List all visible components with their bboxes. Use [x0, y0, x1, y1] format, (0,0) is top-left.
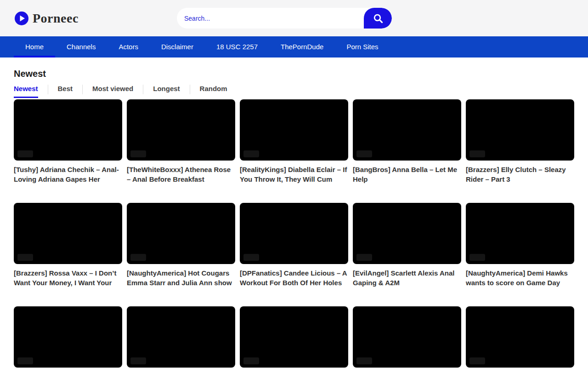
- nav-item-18-usc-2257[interactable]: 18 USC 2257: [205, 36, 269, 58]
- video-card: [TheWhiteBoxxx] Athenea Rose – Anal Befo…: [127, 99, 235, 184]
- duration-badge: [243, 150, 259, 157]
- video-thumbnail[interactable]: [127, 99, 235, 161]
- nav-item-label: Channels: [67, 43, 96, 51]
- video-card: [Tushy] Adriana Chechik – Anal-Loving Ad…: [14, 99, 122, 184]
- duration-badge: [243, 254, 259, 261]
- tab-label: Newest: [14, 85, 38, 98]
- duration-badge: [356, 357, 372, 364]
- tab-best[interactable]: Best: [48, 85, 83, 98]
- page-title: Newest: [14, 69, 574, 79]
- video-thumbnail[interactable]: [466, 99, 574, 161]
- tab-label: Most viewed: [92, 85, 133, 98]
- search-input[interactable]: [177, 8, 364, 29]
- tab-longest[interactable]: Longest: [143, 85, 189, 98]
- video-card: [466, 306, 574, 368]
- tab-most-viewed[interactable]: Most viewed: [83, 85, 143, 98]
- video-card: [NaughtyAmerica] Demi Hawks wants to sco…: [466, 203, 574, 288]
- duration-badge: [130, 254, 146, 261]
- video-thumbnail[interactable]: [240, 203, 348, 264]
- video-title[interactable]: [RealityKings] Diabella Eclair – If You …: [240, 165, 348, 184]
- video-card: [240, 306, 348, 368]
- video-thumbnail[interactable]: [466, 306, 574, 368]
- logo[interactable]: Porneec: [15, 0, 79, 36]
- duration-badge: [469, 357, 485, 364]
- video-card: [Brazzers] Elly Clutch – Sleazy Rider – …: [466, 99, 574, 184]
- video-card: [DPFanatics] Candee Licious – A Workout …: [240, 203, 348, 288]
- video-title[interactable]: [Brazzers] Rossa Vaxx – I Don’t Want You…: [14, 268, 122, 288]
- tab-random[interactable]: Random: [190, 85, 237, 98]
- site-header: Porneec: [0, 0, 588, 36]
- video-thumbnail[interactable]: [353, 203, 461, 264]
- duration-badge: [130, 150, 146, 157]
- tab-label: Longest: [153, 85, 180, 98]
- duration-badge: [17, 357, 33, 364]
- video-thumbnail[interactable]: [14, 306, 122, 368]
- nav-item-channels[interactable]: Channels: [55, 36, 107, 58]
- video-card: [14, 306, 122, 368]
- video-thumbnail[interactable]: [127, 306, 235, 368]
- video-thumbnail[interactable]: [240, 306, 348, 368]
- nav-item-theporndude[interactable]: ThePornDude: [269, 36, 335, 58]
- nav-item-label: ThePornDude: [281, 43, 323, 51]
- play-circle-icon: [15, 12, 28, 25]
- duration-badge: [469, 254, 485, 261]
- duration-badge: [243, 357, 259, 364]
- duration-badge: [130, 357, 146, 364]
- search-button[interactable]: [364, 8, 392, 29]
- main-content: Newest Newest Best Most viewed Longest R…: [0, 58, 588, 368]
- video-title[interactable]: [Tushy] Adriana Chechik – Anal-Loving Ad…: [14, 165, 122, 184]
- video-card: [RealityKings] Diabella Eclair – If You …: [240, 99, 348, 184]
- sort-tabs: Newest Best Most viewed Longest Random: [14, 85, 574, 98]
- video-title[interactable]: [NaughtyAmerica] Demi Hawks wants to sco…: [466, 268, 574, 288]
- nav-item-porn-sites[interactable]: Porn Sites: [335, 36, 390, 58]
- video-grid: [Tushy] Adriana Chechik – Anal-Loving Ad…: [14, 99, 574, 368]
- search-icon: [373, 13, 384, 24]
- video-card: [127, 306, 235, 368]
- duration-badge: [17, 254, 33, 261]
- nav-item-label: Disclaimer: [161, 43, 193, 51]
- video-card: [353, 306, 461, 368]
- video-thumbnail[interactable]: [14, 203, 122, 264]
- video-title[interactable]: [NaughtyAmerica] Hot Cougars Emma Starr …: [127, 268, 235, 288]
- tab-label: Random: [200, 85, 227, 98]
- video-card: [EvilAngel] Scarlett Alexis Anal Gaping …: [353, 203, 461, 288]
- nav-item-actors[interactable]: Actors: [107, 36, 150, 58]
- video-card: [Brazzers] Rossa Vaxx – I Don’t Want You…: [14, 203, 122, 288]
- video-thumbnail[interactable]: [466, 203, 574, 264]
- nav-item-disclaimer[interactable]: Disclaimer: [150, 36, 205, 58]
- nav-item-label: Actors: [119, 43, 138, 51]
- video-thumbnail[interactable]: [127, 203, 235, 264]
- video-card: [BangBros] Anna Bella – Let Me Help: [353, 99, 461, 184]
- video-title[interactable]: [DPFanatics] Candee Licious – A Workout …: [240, 268, 348, 288]
- active-nav-indicator: [14, 56, 55, 58]
- video-thumbnail[interactable]: [353, 306, 461, 368]
- nav-item-label: 18 USC 2257: [216, 43, 258, 51]
- video-title[interactable]: [EvilAngel] Scarlett Alexis Anal Gaping …: [353, 268, 461, 288]
- logo-text: Porneec: [33, 11, 79, 26]
- tab-label: Best: [58, 85, 73, 98]
- duration-badge: [356, 150, 372, 157]
- nav-item-label: Porn Sites: [346, 43, 378, 51]
- search-bar: [177, 8, 392, 29]
- video-title[interactable]: [BangBros] Anna Bella – Let Me Help: [353, 165, 461, 184]
- video-thumbnail[interactable]: [240, 99, 348, 161]
- video-card: [NaughtyAmerica] Hot Cougars Emma Starr …: [127, 203, 235, 288]
- duration-badge: [469, 150, 485, 157]
- duration-badge: [356, 254, 372, 261]
- nav-item-home[interactable]: Home: [14, 36, 55, 58]
- video-title[interactable]: [TheWhiteBoxxx] Athenea Rose – Anal Befo…: [127, 165, 235, 184]
- duration-badge: [17, 150, 33, 157]
- video-title[interactable]: [Brazzers] Elly Clutch – Sleazy Rider – …: [466, 165, 574, 184]
- video-thumbnail[interactable]: [14, 99, 122, 161]
- video-thumbnail[interactable]: [353, 99, 461, 161]
- nav-item-label: Home: [25, 43, 44, 51]
- main-nav: Home Channels Actors Disclaimer 18 USC 2…: [0, 36, 588, 58]
- tab-newest[interactable]: Newest: [14, 85, 48, 98]
